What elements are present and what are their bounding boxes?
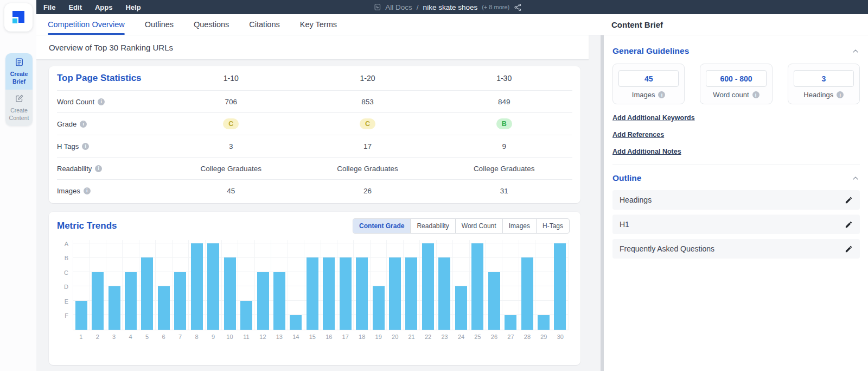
page-title: Overview of Top 30 Ranking URLs bbox=[36, 35, 589, 60]
grade-bar-5-b[interactable] bbox=[141, 257, 153, 330]
info-icon[interactable] bbox=[658, 91, 665, 98]
menu-item-help[interactable]: Help bbox=[125, 3, 141, 11]
outline-item-h1[interactable]: H1 bbox=[612, 215, 860, 234]
grade-bar-19-d[interactable] bbox=[373, 286, 385, 330]
grade-bar-11-e[interactable] bbox=[240, 301, 252, 330]
info-icon[interactable] bbox=[837, 91, 844, 98]
bar-column-27 bbox=[502, 240, 519, 330]
link-add-references[interactable]: Add References bbox=[612, 131, 860, 139]
grade-bar-22-a[interactable] bbox=[422, 243, 434, 330]
bar-column-4 bbox=[123, 240, 139, 330]
share-icon[interactable] bbox=[514, 3, 522, 11]
bar-column-1 bbox=[73, 240, 90, 330]
grade-bar-7-c[interactable] bbox=[174, 272, 186, 330]
outline-item-frequently-asked-questions[interactable]: Frequently Asked Questions bbox=[612, 239, 860, 259]
tab-citations[interactable]: Citations bbox=[249, 14, 279, 35]
metric-trends-card: Metric Trends Content GradeReadabilityWo… bbox=[49, 212, 580, 365]
edit-pencil-icon[interactable] bbox=[845, 245, 853, 253]
guideline-value-word-count[interactable]: 600 - 800 bbox=[706, 70, 766, 87]
outline-item-headings[interactable]: Headings bbox=[612, 190, 860, 210]
tab-questions[interactable]: Questions bbox=[194, 14, 229, 35]
guideline-value-headings[interactable]: 3 bbox=[794, 70, 854, 87]
grade-bar-30-a[interactable] bbox=[554, 243, 566, 330]
menu-item-apps[interactable]: Apps bbox=[95, 3, 113, 11]
info-icon[interactable] bbox=[80, 121, 87, 128]
y-tick-f: F bbox=[65, 312, 68, 319]
bar-column-18 bbox=[354, 240, 370, 330]
info-icon[interactable] bbox=[82, 143, 89, 150]
grade-bar-20-b[interactable] bbox=[389, 257, 401, 330]
grade-bar-4-c[interactable] bbox=[125, 272, 137, 330]
grade-bar-18-b[interactable] bbox=[356, 257, 368, 330]
info-icon[interactable] bbox=[752, 91, 760, 98]
rail-button-create-content[interactable]: Create Content bbox=[5, 90, 33, 126]
grade-bar-27-f[interactable] bbox=[505, 315, 516, 330]
link-add-additional-notes[interactable]: Add Additional Notes bbox=[612, 148, 860, 155]
link-add-additional-keywords[interactable]: Add Additional Keywords bbox=[612, 114, 860, 122]
grade-bar-1-e[interactable] bbox=[75, 301, 87, 330]
x-tick-22: 22 bbox=[420, 334, 436, 340]
tab-key-terms[interactable]: Key Terms bbox=[300, 14, 337, 35]
edit-pencil-icon[interactable] bbox=[845, 221, 853, 229]
left-rail: Create BriefCreate Content bbox=[0, 0, 36, 371]
tab-outlines[interactable]: Outlines bbox=[145, 14, 174, 35]
grade-bar-6-d[interactable] bbox=[158, 286, 170, 330]
grade-bar-26-c[interactable] bbox=[488, 272, 500, 330]
rail-button-create-brief[interactable]: Create Brief bbox=[5, 53, 33, 90]
grade-bar-2-c[interactable] bbox=[92, 272, 104, 330]
toggle-content-grade[interactable]: Content Grade bbox=[353, 219, 410, 233]
grade-bar-3-d[interactable] bbox=[108, 286, 120, 330]
tab-competition-overview[interactable]: Competition Overview bbox=[48, 14, 125, 35]
grade-bar-29-f[interactable] bbox=[538, 315, 550, 330]
outline-item-label: Headings bbox=[620, 196, 652, 204]
chevron-up-icon[interactable] bbox=[851, 47, 860, 55]
grade-bar-23-b[interactable] bbox=[438, 257, 450, 330]
toggle-readability[interactable]: Readability bbox=[410, 219, 455, 233]
general-guidelines-header[interactable]: General Guidelines bbox=[612, 46, 860, 56]
chevron-up-icon[interactable] bbox=[851, 174, 860, 183]
grade-bar-16-b[interactable] bbox=[323, 257, 335, 330]
x-tick-27: 27 bbox=[502, 334, 519, 340]
stat-value-cell: College Graduates bbox=[436, 157, 572, 179]
bar-column-2 bbox=[90, 240, 106, 330]
breadcrumb-more-count[interactable]: (+ 8 more) bbox=[482, 4, 509, 10]
grade-bar-13-c[interactable] bbox=[273, 272, 285, 330]
info-icon[interactable] bbox=[98, 98, 105, 105]
toggle-images[interactable]: Images bbox=[502, 219, 536, 233]
content-brief-panel: Content Brief General Guidelines 45Image… bbox=[601, 14, 868, 371]
edit-pencil-icon[interactable] bbox=[845, 196, 853, 204]
app-logo[interactable] bbox=[4, 3, 33, 32]
menu-item-file[interactable]: File bbox=[43, 3, 55, 11]
info-icon[interactable] bbox=[84, 187, 91, 194]
section-divider bbox=[612, 165, 860, 165]
grade-bar-15-b[interactable] bbox=[307, 257, 318, 330]
breadcrumb-current[interactable]: nike skate shoes bbox=[423, 3, 478, 11]
grade-bar-9-a[interactable] bbox=[207, 243, 219, 330]
grade-bar-14-f[interactable] bbox=[290, 315, 302, 330]
statistics-table: Top Page Statistics1-101-201-30Word Coun… bbox=[57, 66, 572, 202]
stat-row-label-h-tags: H Tags bbox=[57, 135, 163, 157]
stat-value: 26 bbox=[363, 187, 372, 195]
grade-bar-21-b[interactable] bbox=[405, 257, 417, 330]
grade-bar-24-d[interactable] bbox=[455, 286, 467, 330]
toggle-word-count[interactable]: Word Count bbox=[455, 219, 502, 233]
breadcrumb-root[interactable]: All Docs bbox=[385, 3, 412, 11]
column-header-1-20: 1-20 bbox=[299, 66, 436, 90]
grade-bar-25-a[interactable] bbox=[471, 243, 483, 330]
grade-bar-10-b[interactable] bbox=[224, 257, 236, 330]
bar-column-30 bbox=[552, 240, 569, 330]
y-tick-a: A bbox=[65, 241, 68, 247]
outline-header[interactable]: Outline bbox=[612, 173, 860, 183]
guideline-value-images[interactable]: 45 bbox=[618, 70, 679, 87]
grade-bar-17-b[interactable] bbox=[340, 257, 352, 330]
toggle-h-tags[interactable]: H-Tags bbox=[536, 219, 569, 233]
grade-bar-8-a[interactable] bbox=[191, 243, 203, 330]
guideline-label: Headings bbox=[794, 91, 854, 99]
grade-bar-28-b[interactable] bbox=[521, 257, 533, 330]
tab-bar: Competition OverviewOutlinesQuestionsCit… bbox=[36, 14, 601, 35]
menu-item-edit[interactable]: Edit bbox=[68, 3, 82, 11]
bar-column-21 bbox=[404, 240, 420, 330]
column-header-label: 1-30 bbox=[496, 74, 512, 83]
info-icon[interactable] bbox=[95, 165, 102, 172]
grade-bar-12-c[interactable] bbox=[257, 272, 269, 330]
